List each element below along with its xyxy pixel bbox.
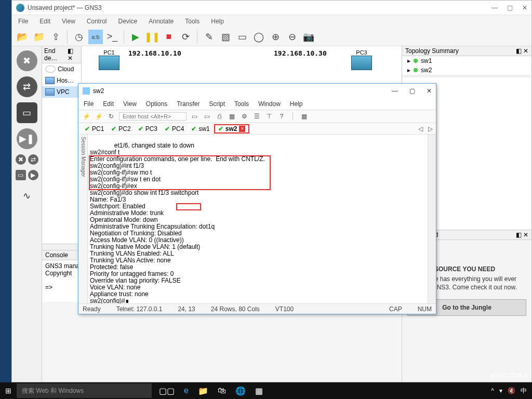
gns3-titlebar[interactable]: Unsaved project* — GNS3 — ▢ ✕ [12, 1, 531, 15]
tool2-icon[interactable]: ▭ [202, 112, 211, 121]
terminal-scrollbar[interactable] [428, 135, 436, 303]
taskview-icon[interactable]: ▢▢ [159, 386, 175, 396]
pause-icon[interactable]: ❚❚ [145, 30, 159, 44]
rect-icon[interactable]: ▭ [235, 30, 249, 44]
maximize-button[interactable]: ▢ [507, 4, 513, 11]
tool1-icon[interactable]: ▭ [190, 112, 199, 121]
store-icon[interactable]: 🛍 [218, 386, 226, 395]
menu-edit[interactable]: Edit [39, 18, 50, 25]
topo-item-sw1[interactable]: ▸sw1 [402, 56, 531, 65]
enddevice-category-icon[interactable]: ▭ [17, 102, 37, 123]
open2-icon[interactable]: 📁 [32, 30, 46, 44]
misc2-icon[interactable]: ⇄ [28, 154, 38, 165]
app1-icon[interactable]: 🌐 [235, 386, 246, 396]
menu-control[interactable]: Control [87, 18, 107, 25]
menu-view[interactable]: View [62, 18, 75, 25]
terminal-statusbar: Ready Telnet: 127.0.0.1 24, 13 24 Rows, … [78, 303, 436, 314]
windows-search[interactable]: 搜索 Web 和 Windows [17, 383, 152, 398]
terminal-console[interactable]: et1/6, changed state to down sw2#conf t … [88, 135, 428, 303]
tray-vol-icon[interactable]: 🔇 [508, 387, 515, 394]
tool7-icon[interactable]: ▦ [299, 112, 309, 121]
tmenu-edit[interactable]: Edit [103, 100, 114, 108]
reconnect-icon[interactable]: ↻ [107, 112, 116, 121]
open-icon[interactable]: 📂 [15, 30, 30, 44]
zoom-in-icon[interactable]: ⊕ [268, 30, 283, 44]
tab-sw2[interactable]: ✔sw2× [214, 124, 250, 134]
misc3-icon[interactable]: ▭ [16, 170, 26, 180]
terminal-titlebar[interactable]: sw2 — ▢ ✕ [78, 84, 436, 98]
tray-ime-icon[interactable]: 中 [521, 387, 527, 395]
menu-file[interactable]: File [18, 18, 28, 25]
tab-pc1[interactable]: ✔PC1 [82, 125, 107, 132]
help-icon[interactable]: ? [277, 112, 286, 121]
tab-pc4[interactable]: ✔PC4 [162, 125, 187, 132]
node-pc3[interactable]: PC3 [350, 48, 374, 70]
clock-icon[interactable]: ◷ [72, 30, 86, 44]
play-icon[interactable]: ▶ [128, 30, 143, 44]
session-manager[interactable]: Session Manager [78, 135, 88, 303]
stop-icon[interactable]: ■ [162, 30, 176, 44]
export-icon[interactable]: ⇪ [48, 30, 63, 44]
tmenu-window[interactable]: Window [258, 100, 281, 108]
security-category-icon[interactable]: ▶❚ [17, 128, 37, 149]
edit-icon[interactable]: ✎ [202, 30, 216, 44]
zoom-out-icon[interactable]: ⊖ [285, 30, 299, 44]
settings-icon[interactable]: ⚙ [240, 112, 249, 121]
status-term: VT100 [275, 305, 294, 313]
cable-icon[interactable]: ∿ [17, 185, 37, 206]
tray-up-icon[interactable]: ^ [491, 387, 494, 394]
tray-net-icon[interactable]: ▾ [499, 387, 502, 394]
status-pos: 24, 13 [178, 305, 195, 313]
router-category-icon[interactable]: ✖ [17, 50, 37, 71]
tmenu-file[interactable]: File [84, 100, 94, 108]
reload-icon[interactable]: ⟳ [178, 30, 193, 44]
abc-icon[interactable]: a:b [88, 30, 103, 44]
device-vpcs[interactable]: VPC [42, 86, 81, 98]
ellipse-icon[interactable]: ◯ [251, 30, 266, 44]
tab-prev-icon[interactable]: ◁ [418, 125, 423, 132]
console-icon[interactable]: >_ [105, 30, 119, 44]
term-close-button[interactable]: ✕ [427, 87, 432, 95]
node-pc1[interactable]: PC1 [97, 48, 121, 70]
host-input[interactable] [119, 112, 187, 121]
tmenu-tools[interactable]: Tools [234, 100, 249, 108]
windows-taskbar: ⊞ 搜索 Web 和 Windows ▢▢ e 📁 🛍 🌐 ▦ ^ ▾ 🔇 中 [0, 382, 532, 399]
tmenu-options[interactable]: Options [146, 100, 167, 108]
menu-annotate[interactable]: Annotate [149, 18, 174, 25]
edge-icon[interactable]: e [184, 386, 189, 395]
tool5-icon[interactable]: ☰ [252, 112, 261, 121]
misc4-icon[interactable]: ▶ [28, 170, 38, 180]
term-minimize-button[interactable]: — [392, 87, 398, 95]
tab-pc3[interactable]: ✔PC3 [135, 125, 161, 132]
close-button[interactable]: ✕ [522, 4, 527, 11]
disconnect-icon[interactable]: ⚡ [94, 112, 103, 121]
topo-item-sw2[interactable]: ▸sw2 [402, 65, 531, 75]
image-icon[interactable]: ▧ [218, 30, 233, 44]
explorer-icon[interactable]: 📁 [198, 386, 208, 396]
minimize-button[interactable]: — [491, 4, 498, 11]
tab-sw1[interactable]: ✔sw1 [188, 125, 212, 132]
menu-help[interactable]: Help [211, 18, 224, 25]
tab-close-icon[interactable]: × [239, 126, 245, 132]
device-host[interactable]: Hos… [42, 75, 81, 86]
app2-icon[interactable]: ▦ [255, 386, 263, 396]
menu-device[interactable]: Device [118, 18, 138, 25]
screenshot-icon[interactable]: 📷 [301, 30, 316, 44]
tab-next-icon[interactable]: ▷ [428, 125, 433, 132]
tab-pc2[interactable]: ✔PC2 [108, 125, 134, 132]
menu-tools[interactable]: Tools [185, 18, 200, 25]
switch-category-icon[interactable]: ⇄ [17, 76, 37, 97]
terminal-menubar: File Edit View Options Transfer Script T… [78, 98, 436, 110]
tool3-icon[interactable]: ⎙ [215, 112, 224, 121]
connect-icon[interactable]: ⚡ [82, 112, 91, 121]
tool4-icon[interactable]: ▦ [227, 112, 236, 121]
tmenu-help[interactable]: Help [290, 100, 303, 108]
start-button[interactable]: ⊞ [0, 382, 17, 399]
tool6-icon[interactable]: ⊤ [264, 112, 274, 121]
tmenu-view[interactable]: View [123, 100, 137, 108]
misc1-icon[interactable]: ✖ [16, 154, 26, 165]
tmenu-script[interactable]: Script [209, 100, 225, 108]
device-cloud[interactable]: Cloud [42, 63, 81, 75]
tmenu-transfer[interactable]: Transfer [177, 100, 200, 108]
term-maximize-button[interactable]: ▢ [409, 87, 415, 95]
